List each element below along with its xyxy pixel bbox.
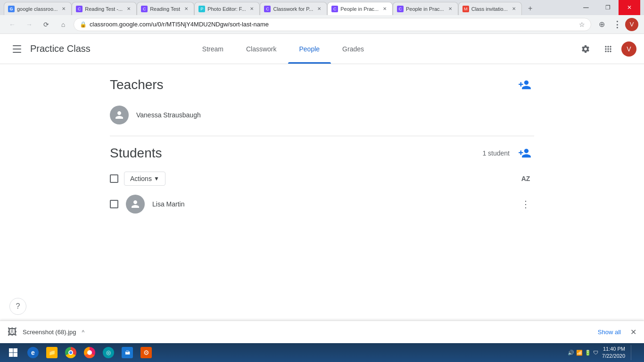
hamburger-line: [13, 45, 21, 46]
tab-people-active[interactable]: C People in Prac... ✕: [327, 2, 393, 15]
taskbar-explorer-button[interactable]: 📁: [43, 345, 60, 360]
tab-label: Classwork for P...: [273, 6, 313, 12]
sort-az-button[interactable]: AZ: [517, 170, 534, 187]
close-button[interactable]: ✕: [619, 0, 640, 15]
windows-logo-icon: [8, 348, 18, 357]
add-student-button[interactable]: [515, 144, 534, 163]
taskbar-chrome-button[interactable]: [62, 345, 79, 360]
refresh-button[interactable]: ⟳: [40, 18, 53, 31]
power-icon: 🛡: [593, 350, 598, 355]
teachers-title: Teachers: [110, 77, 164, 92]
chrome-icon: [65, 347, 76, 358]
tab-favicon: C: [264, 6, 271, 12]
ie-icon: e: [27, 347, 39, 358]
tab-close-btn[interactable]: ✕: [125, 5, 132, 13]
address-bar-container: ← → ⟳ ⌂ 🔒 classroom.google.com/u/0/r/MTI…: [0, 15, 644, 34]
tab-class-invitation[interactable]: M Class invitatio... ✕: [458, 2, 522, 15]
dots-menu-button[interactable]: ⋮: [610, 18, 623, 31]
taskbar-date-display: 7/22/2020: [602, 353, 625, 360]
new-tab-button[interactable]: +: [524, 2, 537, 15]
minimize-button[interactable]: ─: [575, 0, 597, 15]
nav-grades[interactable]: Grades: [331, 34, 375, 64]
apps-grid-icon-button[interactable]: [599, 40, 618, 58]
header-right-controls: V: [576, 40, 636, 58]
tab-label: Photo Editor: F...: [207, 6, 246, 12]
student-more-options-button[interactable]: ⋮: [517, 196, 534, 213]
start-button[interactable]: [4, 345, 23, 360]
tab-google-classroom[interactable]: G google classroo... ✕: [4, 2, 72, 15]
bookmark-star-icon[interactable]: ☆: [579, 21, 585, 28]
tab-close-btn[interactable]: ✕: [381, 5, 388, 13]
tab-close-btn[interactable]: ✕: [60, 5, 67, 13]
back-button[interactable]: ←: [6, 18, 19, 31]
forward-button[interactable]: →: [23, 18, 36, 31]
browser-titlebar: G google classroo... ✕ C Reading Test -.…: [0, 0, 644, 15]
actions-dropdown-button[interactable]: Actions ▼: [124, 172, 165, 186]
apps-grid-icon: [603, 44, 613, 54]
tab-favicon: G: [8, 6, 15, 12]
svg-rect-0: [9, 348, 13, 353]
students-title: Students: [110, 146, 162, 161]
actions-label: Actions: [130, 175, 152, 182]
tab-classwork[interactable]: C Classwork for P... ✕: [260, 2, 327, 15]
app5-icon: ◎: [103, 347, 114, 358]
tab-photo-editor[interactable]: P Photo Editor: F... ✕: [194, 2, 260, 15]
svg-rect-3: [14, 353, 18, 357]
home-button[interactable]: ⌂: [57, 18, 70, 31]
main-content: Teachers Vanessa Strausbaugh Students 1 …: [110, 64, 534, 229]
tab-close-btn[interactable]: ✕: [315, 5, 323, 13]
students-section-header: Students 1 student: [110, 144, 534, 163]
menu-hamburger-button[interactable]: [8, 40, 26, 58]
taskbar-app5-button[interactable]: ◎: [100, 345, 117, 360]
tab-favicon: C: [397, 6, 404, 12]
tab-favicon: C: [331, 6, 338, 12]
tab-reading-test-2[interactable]: C Reading Test ✕: [137, 2, 194, 15]
app-profile-button[interactable]: V: [621, 41, 636, 57]
settings-icon-button[interactable]: [576, 40, 595, 58]
address-bar[interactable]: 🔒 classroom.google.com/u/0/r/MTI5NjY4MDU…: [74, 18, 591, 31]
student-checkbox[interactable]: [110, 200, 118, 208]
select-all-checkbox[interactable]: [110, 174, 118, 183]
app6-icon: 🏔: [122, 347, 133, 358]
tab-close-btn[interactable]: ✕: [510, 5, 518, 13]
tab-close-btn[interactable]: ✕: [248, 5, 256, 13]
add-teacher-button[interactable]: [515, 75, 534, 94]
extensions-button[interactable]: ⊕: [595, 18, 608, 31]
window-controls: ─ ❐ ✕: [575, 0, 640, 15]
tab-label: Reading Test: [150, 6, 180, 12]
close-download-bar-button[interactable]: ✕: [630, 328, 636, 337]
tab-label: People in Prac...: [406, 6, 444, 12]
taskbar-app6-button[interactable]: 🏔: [119, 345, 136, 360]
tab-label: People in Prac...: [340, 6, 379, 12]
help-button[interactable]: ?: [9, 298, 26, 315]
section-divider: [110, 136, 534, 136]
taskbar-app7-button[interactable]: ⚙: [138, 345, 155, 360]
browser-tabs: G google classroo... ✕ C Reading Test -.…: [4, 0, 573, 15]
nav-stream[interactable]: Stream: [191, 34, 235, 64]
show-all-downloads-button[interactable]: Show all: [598, 329, 621, 336]
svg-rect-2: [9, 353, 13, 357]
person-icon: [130, 198, 141, 210]
maximize-button[interactable]: ❐: [597, 0, 619, 15]
taskbar-clock[interactable]: 11:40 PM 7/22/2020: [602, 346, 625, 360]
taskbar-separator: [631, 345, 638, 360]
tab-close-btn[interactable]: ✕: [182, 5, 190, 13]
tab-reading-test-1[interactable]: C Reading Test -... ✕: [72, 2, 137, 15]
tab-people-2[interactable]: C People in Prac... ✕: [393, 2, 458, 15]
nav-people[interactable]: People: [288, 34, 331, 64]
tab-close-btn[interactable]: ✕: [446, 5, 454, 13]
student-count-label: 1 student: [482, 149, 510, 157]
download-chevron-icon[interactable]: ^: [82, 329, 84, 336]
volume-icon: 📶: [576, 350, 583, 356]
tab-favicon: P: [198, 6, 205, 12]
taskbar-sys-icons: 🔊 📶 🔋 🛡: [568, 350, 598, 356]
students-actions-row: Actions ▼ AZ: [110, 170, 534, 187]
browser-profile-button[interactable]: V: [625, 18, 638, 31]
nav-classwork[interactable]: Classwork: [235, 34, 288, 64]
add-student-icon: [518, 147, 531, 160]
student-name: Lisa Martin: [152, 200, 184, 208]
taskbar-chrome2-button[interactable]: [81, 345, 98, 360]
taskbar-right: 🔊 📶 🔋 🛡 11:40 PM 7/22/2020: [568, 345, 640, 360]
teachers-section-header: Teachers: [110, 75, 534, 94]
taskbar-ie-button[interactable]: e: [25, 345, 41, 360]
